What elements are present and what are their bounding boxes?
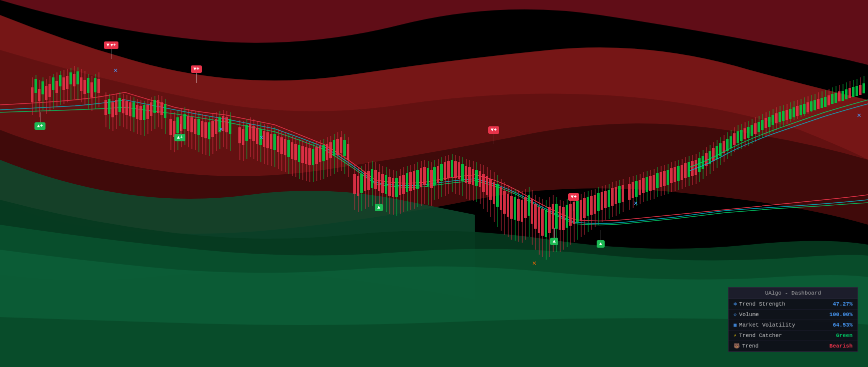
svg-rect-229 <box>444 162 446 180</box>
sell-label-3: ▼+ <box>488 126 499 134</box>
svg-rect-155 <box>312 149 314 165</box>
svg-rect-15 <box>55 81 58 93</box>
svg-rect-141 <box>287 140 290 157</box>
svg-rect-271 <box>517 199 520 221</box>
svg-rect-265 <box>507 194 509 217</box>
x-marker-1: ✕ <box>113 66 117 74</box>
svg-rect-49 <box>118 98 121 112</box>
buy-signal-3: ▲ <box>375 194 383 211</box>
svg-rect-187 <box>371 169 373 188</box>
svg-rect-413 <box>768 117 771 127</box>
svg-rect-283 <box>538 207 540 233</box>
svg-rect-153 <box>308 148 311 165</box>
svg-rect-31 <box>83 80 86 94</box>
svg-rect-183 <box>364 172 366 191</box>
dash-value-4: Bearish <box>830 343 853 349</box>
svg-rect-27 <box>76 71 79 84</box>
svg-rect-287 <box>545 210 547 237</box>
svg-rect-259 <box>496 184 499 207</box>
sell-signal-2: ▼+ <box>191 65 202 83</box>
svg-rect-209 <box>409 172 412 191</box>
svg-rect-427 <box>793 107 795 117</box>
svg-rect-3 <box>34 79 37 93</box>
svg-rect-43 <box>108 99 110 114</box>
svg-rect-341 <box>642 178 645 193</box>
svg-rect-17 <box>59 75 61 86</box>
svg-rect-9 <box>45 86 47 100</box>
svg-rect-431 <box>800 105 802 115</box>
svg-rect-261 <box>500 187 502 210</box>
svg-rect-199 <box>392 178 394 197</box>
svg-rect-453 <box>838 91 841 101</box>
svg-rect-63 <box>143 105 145 120</box>
x-marker-orange-1: ✕ <box>532 259 536 267</box>
svg-rect-327 <box>615 187 617 204</box>
svg-rect-333 <box>628 184 631 200</box>
svg-rect-349 <box>656 173 659 188</box>
svg-rect-319 <box>601 192 603 210</box>
svg-rect-457 <box>845 89 848 99</box>
dashboard-panel: UAlgo - Dashboard ❄Trend Strength47.27%◇… <box>728 287 858 352</box>
svg-rect-441 <box>817 99 820 109</box>
svg-rect-325 <box>611 188 614 206</box>
svg-rect-159 <box>319 146 321 162</box>
svg-rect-309 <box>583 198 586 218</box>
svg-rect-315 <box>594 195 596 214</box>
svg-rect-365 <box>684 163 687 178</box>
svg-rect-177 <box>353 174 356 194</box>
svg-rect-415 <box>772 115 774 125</box>
svg-rect-331 <box>622 185 624 202</box>
svg-rect-33 <box>87 78 89 93</box>
svg-rect-215 <box>420 168 422 187</box>
svg-rect-29 <box>80 77 82 91</box>
svg-rect-201 <box>395 178 398 197</box>
dash-icon-4: 🐻 <box>734 343 740 349</box>
svg-rect-211 <box>413 171 415 190</box>
svg-rect-171 <box>340 137 342 153</box>
svg-rect-143 <box>291 142 293 159</box>
svg-rect-241 <box>465 166 467 183</box>
svg-rect-225 <box>437 166 439 183</box>
svg-rect-257 <box>493 182 495 204</box>
svg-rect-185 <box>367 171 370 190</box>
dash-value-1: 100.00% <box>830 312 853 318</box>
svg-rect-203 <box>399 176 401 195</box>
svg-rect-451 <box>835 93 837 103</box>
x-marker-2: ✕ <box>219 125 223 133</box>
svg-rect-419 <box>779 112 781 122</box>
svg-rect-147 <box>298 145 300 162</box>
svg-rect-193 <box>381 174 384 193</box>
svg-rect-239 <box>461 164 464 181</box>
svg-rect-273 <box>521 200 523 222</box>
svg-rect-47 <box>115 100 117 115</box>
dashboard-row-4: 🐻TrendBearish <box>729 341 858 352</box>
svg-rect-417 <box>775 113 778 123</box>
svg-rect-55 <box>129 102 131 116</box>
svg-rect-399 <box>744 128 746 139</box>
svg-rect-397 <box>740 130 743 141</box>
svg-rect-197 <box>388 177 391 196</box>
svg-rect-355 <box>667 170 669 185</box>
svg-rect-109 <box>225 117 228 132</box>
svg-rect-363 <box>681 165 683 180</box>
x-marker-3: ✕ <box>259 133 263 141</box>
svg-rect-39 <box>97 79 100 93</box>
svg-rect-221 <box>430 170 433 188</box>
svg-rect-343 <box>646 177 648 192</box>
svg-rect-401 <box>747 127 750 138</box>
sell-label-1: ▼▼+ <box>104 41 118 49</box>
svg-rect-403 <box>751 125 753 136</box>
svg-rect-51 <box>122 99 124 113</box>
chart-container: ▼▼+ ▼+ ▲+ ▲+ ▼+ ▲ ▼+ ▲ ▲ ✕ <box>0 0 868 367</box>
svg-rect-87 <box>187 116 189 131</box>
svg-rect-149 <box>301 146 304 163</box>
svg-rect-93 <box>197 119 200 135</box>
svg-rect-65 <box>146 105 149 119</box>
dash-label-2: Market Volatility <box>739 322 795 328</box>
dash-label-3: Trend Catcher <box>739 333 782 339</box>
sell-signal-1: ▼▼+ <box>104 41 118 59</box>
svg-rect-279 <box>531 199 533 224</box>
svg-rect-467 <box>863 83 865 93</box>
svg-rect-281 <box>534 204 537 229</box>
svg-rect-191 <box>378 172 380 191</box>
